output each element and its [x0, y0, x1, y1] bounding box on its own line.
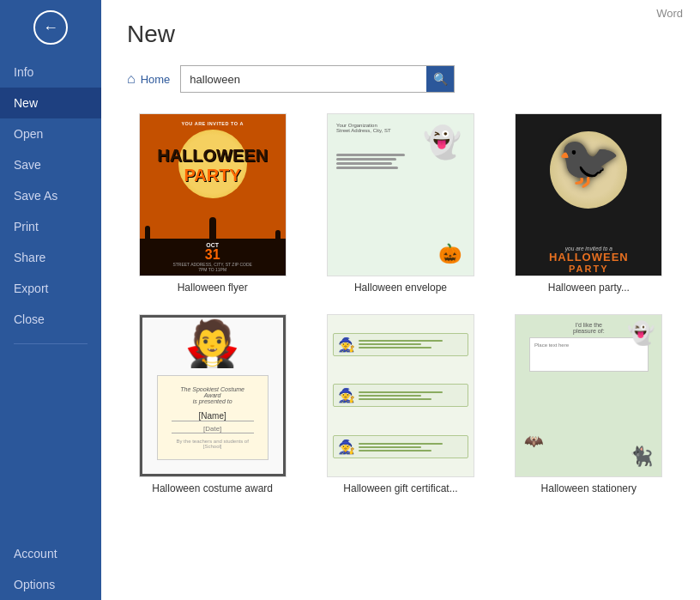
env-address-block: [336, 154, 405, 169]
main-content: New ⌂ Home 🔍 YOU ARE INVITED TO A HALLOW…: [101, 0, 700, 600]
gift-cert-3: 🧙: [333, 435, 468, 458]
env-addr-line-3: [336, 162, 392, 165]
template-thumb-halloween-gift-cert: 🧙 🧙: [327, 314, 474, 477]
template-card-halloween-stationery[interactable]: I'd like thepleasure of: Place text here…: [504, 314, 674, 494]
template-thumb-halloween-costume-award: 🧛 The Spookiest Costume Awardis presente…: [139, 314, 287, 477]
flyer-halloween-text: HALLOWEEN: [140, 147, 286, 164]
template-thumb-halloween-party: 🐦‍⬛ you are invited to a HALLOWEEN PARTY: [515, 113, 662, 276]
template-card-halloween-party[interactable]: 🐦‍⬛ you are invited to a HALLOWEEN PARTY…: [504, 113, 674, 294]
gift-line-2a: [359, 391, 443, 393]
sidebar-item-share[interactable]: Share: [0, 242, 101, 273]
template-thumb-halloween-flyer: YOU ARE INVITED TO A HALLOWEEN PARTY OCT…: [139, 113, 287, 276]
sidebar-item-options[interactable]: Options: [0, 569, 101, 600]
sidebar-nav: Info New Open Save Save As Print Share E…: [0, 57, 101, 335]
template-label-halloween-flyer: Halloween flyer: [178, 282, 248, 294]
sidebar: ← Info New Open Save Save As Print Share…: [0, 0, 101, 600]
home-icon: ⌂: [127, 71, 136, 87]
flyer-address-text: STREET ADDRESS, CITY, ST ZIP CODE7PM TO …: [172, 262, 251, 272]
stat-cat-icon: 🐈‍⬛: [630, 445, 653, 468]
gift-lines-1: [359, 340, 463, 348]
template-card-halloween-envelope[interactable]: Your OrganizationStreet Address, City, S…: [315, 113, 486, 294]
party-halloween-text: HALLOWEEN: [549, 251, 629, 264]
sidebar-item-new[interactable]: New: [0, 88, 101, 118]
template-label-halloween-stationery: Halloween stationery: [541, 482, 637, 494]
sidebar-item-account[interactable]: Account: [0, 538, 101, 569]
search-box: 🔍: [180, 65, 455, 93]
back-button[interactable]: ←: [33, 10, 68, 45]
gift-line-1c: [359, 347, 431, 348]
sidebar-item-open[interactable]: Open: [0, 118, 101, 149]
home-button[interactable]: ⌂ Home: [127, 71, 170, 87]
gift-line-3c: [359, 450, 431, 452]
award-vampire-icon: 🧛: [184, 318, 240, 370]
template-label-halloween-envelope: Halloween envelope: [354, 282, 447, 294]
flyer-date-bar: OCT 31 STREET ADDRESS, CITY, ST ZIP CODE…: [140, 239, 286, 276]
stat-ghost-icon: 👻: [627, 320, 655, 347]
page-title: New: [127, 21, 674, 48]
award-by-text: By the teachers and students of [School]: [172, 439, 254, 449]
search-input[interactable]: [181, 68, 426, 91]
sidebar-item-info[interactable]: Info: [0, 57, 101, 88]
env-addr-line-1: [336, 154, 405, 156]
template-card-halloween-costume-award[interactable]: 🧛 The Spookiest Costume Awardis presente…: [127, 314, 298, 494]
home-label: Home: [141, 73, 171, 86]
template-thumb-halloween-stationery: I'd like thepleasure of: Place text here…: [515, 314, 662, 477]
app-word-label: Word: [656, 7, 683, 20]
flyer-invited-text: YOU ARE INVITED TO A: [140, 121, 286, 126]
env-addr-line-4: [336, 167, 398, 169]
flyer-party-text: PARTY: [140, 166, 286, 185]
flyer-31-label: 31: [205, 248, 220, 262]
template-grid: YOU ARE INVITED TO A HALLOWEEN PARTY OCT…: [127, 113, 674, 494]
search-row: ⌂ Home 🔍: [127, 65, 674, 93]
gift-witch-icon-3: 🧙: [338, 439, 355, 455]
gift-line-3a: [359, 443, 443, 445]
gift-line-3b: [359, 446, 421, 448]
sidebar-item-print[interactable]: Print: [0, 211, 101, 242]
template-label-halloween-costume-award: Halloween costume award: [152, 482, 273, 494]
gift-line-1b: [359, 343, 421, 345]
gift-line-2c: [359, 398, 431, 400]
party-party-text: PARTY: [569, 264, 608, 274]
template-label-halloween-party: Halloween party...: [548, 282, 630, 294]
sidebar-bottom: Account Options: [0, 538, 101, 600]
sidebar-item-save-as[interactable]: Save As: [0, 180, 101, 211]
sidebar-item-close[interactable]: Close: [0, 304, 101, 335]
env-header-text: Your OrganizationStreet Address, City, S…: [336, 123, 391, 133]
template-thumb-halloween-envelope: Your OrganizationStreet Address, City, S…: [327, 113, 474, 276]
gift-cert-2: 🧙: [333, 384, 468, 407]
env-pumpkin-icon: 🎃: [438, 243, 462, 265]
party-raven-icon: 🐦‍⬛: [557, 131, 621, 192]
gift-line-1a: [359, 340, 443, 342]
template-label-halloween-gift-cert: Halloween gift certificat...: [343, 482, 457, 494]
award-date-field: [Date]: [172, 425, 254, 433]
sidebar-item-save[interactable]: Save: [0, 149, 101, 180]
gift-cert-1: 🧙: [333, 333, 468, 356]
gift-witch-icon-2: 🧙: [338, 387, 355, 403]
env-addr-line-2: [336, 158, 396, 161]
award-title-text: The Spookiest Costume Awardis presented …: [172, 386, 254, 404]
search-button[interactable]: 🔍: [426, 66, 454, 92]
stat-bat-icon: 🦇: [524, 432, 543, 451]
gift-line-2b: [359, 395, 421, 397]
award-name-field: [Name]: [172, 411, 254, 421]
gift-lines-3: [359, 443, 463, 452]
template-card-halloween-gift-cert[interactable]: 🧙 🧙: [315, 314, 486, 494]
stat-title-text: I'd like thepleasure of:: [573, 322, 605, 334]
gift-lines-2: [359, 391, 463, 400]
search-icon: 🔍: [433, 72, 448, 86]
gift-witch-icon-1: 🧙: [338, 336, 355, 353]
env-ghost-icon: 👻: [423, 124, 462, 161]
award-inner-cert: The Spookiest Costume Awardis presented …: [157, 375, 269, 460]
sidebar-item-export[interactable]: Export: [0, 273, 101, 304]
template-card-halloween-flyer[interactable]: YOU ARE INVITED TO A HALLOWEEN PARTY OCT…: [127, 113, 298, 294]
